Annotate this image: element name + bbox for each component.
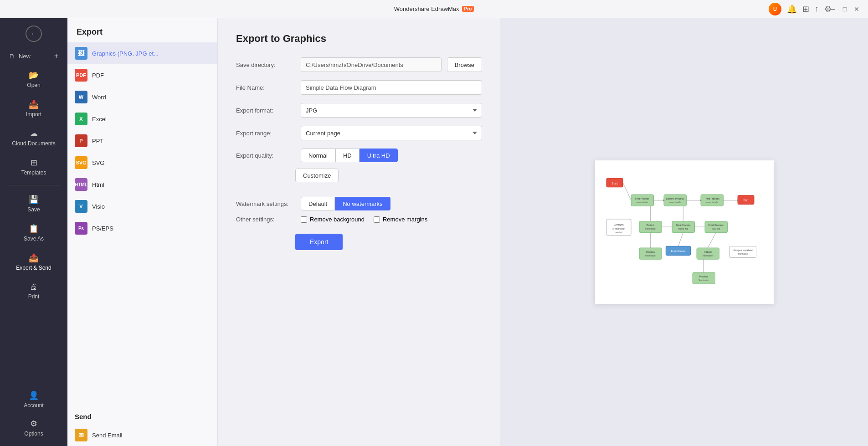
sidebar-item-options[interactable]: ⚙ Options	[4, 414, 64, 441]
remove-background-checkbox[interactable]	[301, 216, 307, 223]
sidebar-item-import[interactable]: 📥 Import	[4, 95, 64, 122]
export-range-label: Export range:	[236, 130, 295, 137]
preview-panel: Start First Process some details Second …	[500, 18, 868, 446]
send-email-label: Send Email	[92, 432, 122, 439]
svg-text:Patient: Patient	[704, 251, 711, 253]
saveas-label: Save As	[24, 236, 44, 242]
file-name-row: File Name:	[236, 80, 482, 95]
svg-text:changes to patient: changes to patient	[732, 249, 752, 251]
quality-buttons: Normal HD Ultra HD	[301, 149, 398, 162]
svg-text:Exam/Patient: Exam/Patient	[671, 250, 685, 252]
html-label: Html	[92, 181, 104, 188]
file-name-input[interactable]	[301, 80, 482, 95]
maximize-button[interactable]: □	[841, 5, 849, 13]
svg-text:Final Process: Final Process	[709, 224, 724, 226]
browse-button[interactable]: Browse	[447, 57, 482, 72]
sidebar-item-account[interactable]: 👤 Account	[4, 386, 64, 413]
export-item-pdf[interactable]: PDF PDF	[67, 64, 217, 86]
export-button[interactable]: Export	[295, 234, 343, 250]
visio-icon: V	[75, 200, 87, 213]
export-quality-label: Export quality:	[236, 152, 295, 159]
sidebar-item-saveas[interactable]: 📋 Save As	[4, 219, 64, 246]
open-label: Open	[27, 82, 40, 88]
svg-text:needed: needed	[615, 231, 622, 234]
svg-icon: SVG	[75, 156, 87, 169]
diagram-svg: Start First Process some details Second …	[602, 168, 766, 295]
export-item-svg[interactable]: SVG SVG	[67, 152, 217, 174]
export-item-excel[interactable]: X Excel	[67, 108, 217, 130]
remove-margins-label: Remove margins	[383, 216, 427, 223]
sidebar-item-open[interactable]: 📂 Open	[4, 66, 64, 93]
sidebar-item-new[interactable]: 🗋 New +	[4, 48, 64, 64]
ps-label: PS/EPS	[92, 225, 113, 232]
export-item-html[interactable]: HTML Html	[67, 174, 217, 195]
other-settings-options: Remove background Remove margins	[301, 216, 482, 223]
word-label: Word	[92, 94, 106, 101]
account-label: Account	[24, 402, 43, 409]
other-settings-label: Other settings:	[236, 216, 295, 223]
customize-button[interactable]: Customize	[295, 169, 339, 182]
send-email-item[interactable]: ✉ Send Email	[67, 424, 217, 446]
watermark-default-button[interactable]: Default	[301, 197, 335, 210]
sidebar-item-cloud[interactable]: ☁ Cloud Documents	[4, 124, 64, 151]
apps-icon[interactable]: ⊞	[802, 4, 809, 14]
svg-text:local info: local info	[712, 228, 720, 230]
export-item-ppt[interactable]: P PPT	[67, 130, 217, 152]
saveas-icon: 📋	[29, 224, 39, 234]
svg-text:Changes: Changes	[614, 223, 624, 226]
svg-text:Third Process: Third Process	[704, 197, 719, 200]
customize-row: Customize	[236, 167, 482, 190]
export-range-select[interactable]: Current page All pages Selected objects	[301, 126, 482, 140]
svg-text:Termination: Termination	[698, 279, 709, 282]
import-icon: 📥	[29, 99, 39, 109]
print-icon: 🖨	[30, 282, 38, 292]
svg-text:some details: some details	[636, 201, 648, 204]
export-item-word[interactable]: W Word	[67, 86, 217, 108]
export-format-select[interactable]: JPG PNG BMP SVG	[301, 103, 482, 118]
svg-text:record info: record info	[678, 228, 688, 230]
save-directory-input[interactable]	[301, 57, 442, 72]
watermark-none-button[interactable]: No watermarks	[335, 197, 390, 210]
export-item-visio[interactable]: V Visio	[67, 195, 217, 217]
close-button[interactable]: ✕	[853, 5, 861, 13]
sidebar-item-print[interactable]: 🖨 Print	[4, 277, 64, 304]
sidebar-item-templates[interactable]: ⊞ Templates	[4, 153, 64, 180]
sidebar-item-export[interactable]: 📤 Export & Send	[4, 248, 64, 276]
svg-rect-35	[729, 246, 756, 257]
svg-label: SVG	[92, 159, 104, 166]
window-controls: ─ □ ✕	[829, 5, 861, 13]
export-quality-row: Export quality: Normal HD Ultra HD	[236, 149, 482, 162]
svg-text:Patient: Patient	[646, 224, 654, 226]
send-header: Send	[67, 407, 217, 424]
options-label: Options	[24, 431, 43, 437]
export-item-graphics[interactable]: 🖼 Graphics (PNG, JPG et...	[67, 42, 217, 64]
svg-text:Process: Process	[646, 251, 655, 253]
svg-text:information: information	[645, 255, 656, 257]
sidebar-item-save[interactable]: 💾 Save	[4, 190, 64, 217]
quality-hd-button[interactable]: HD	[335, 149, 360, 162]
main-layout: ← 🗋 New + 📂 Open 📥 Import ☁ Cloud Docume…	[0, 18, 868, 446]
cloud-icon: ☁	[30, 128, 38, 138]
user-avatar[interactable]: U	[769, 3, 781, 15]
svg-text:information: information	[703, 255, 713, 257]
quality-ultrahd-button[interactable]: Ultra HD	[360, 149, 398, 162]
ppt-label: PPT	[92, 138, 103, 144]
export-format-label: Export format:	[236, 107, 295, 114]
watermark-row: Watermark settings: Default No watermark…	[236, 197, 482, 210]
titlebar: Wondershare EdrawMax Pro U 🔔 ⊞ ↑ ⚙ ─ □ ✕	[0, 0, 868, 18]
remove-background-option[interactable]: Remove background	[301, 216, 365, 223]
minimize-button[interactable]: ─	[829, 5, 837, 13]
notification-icon[interactable]: 🔔	[787, 4, 797, 14]
share-icon[interactable]: ↑	[815, 4, 819, 14]
quality-normal-button[interactable]: Normal	[301, 149, 335, 162]
email-icon: ✉	[75, 429, 87, 441]
account-icon: 👤	[29, 390, 39, 400]
back-button[interactable]: ←	[26, 26, 42, 42]
export-item-ps[interactable]: Ps PS/EPS	[67, 217, 217, 239]
remove-margins-option[interactable]: Remove margins	[374, 216, 427, 223]
ps-icon: Ps	[75, 222, 87, 235]
remove-margins-checkbox[interactable]	[374, 216, 380, 223]
watermark-label: Watermark settings:	[236, 200, 295, 207]
export-title: Export to Graphics	[236, 33, 482, 45]
svg-rect-6	[664, 195, 687, 206]
